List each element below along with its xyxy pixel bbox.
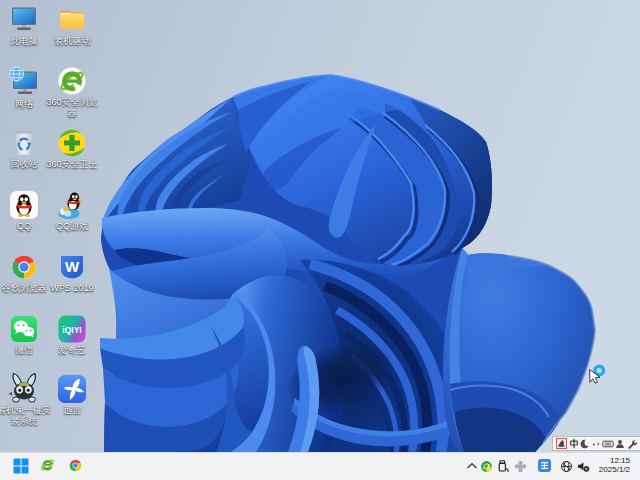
svg-text:W: W	[65, 258, 80, 275]
svg-text:iQIYI: iQIYI	[62, 325, 81, 335]
